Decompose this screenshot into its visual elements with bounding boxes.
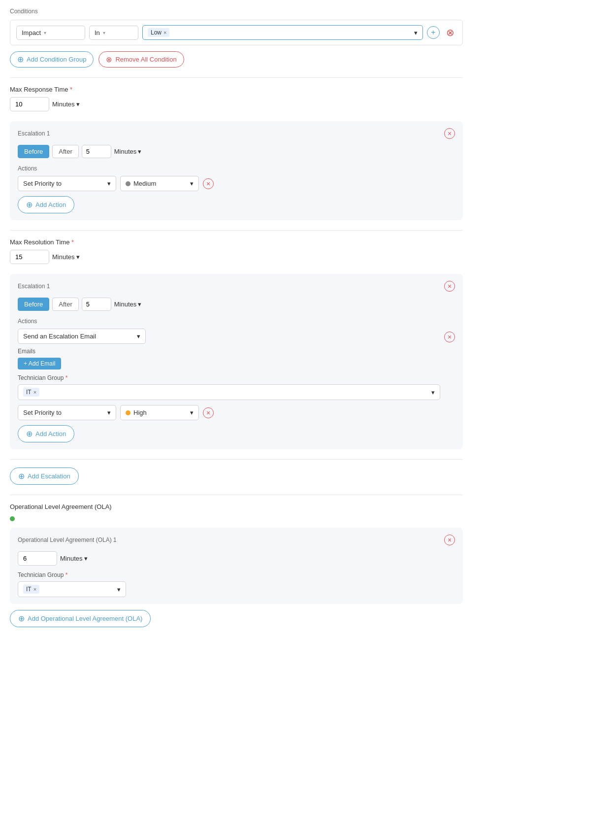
ola-card-1-close-button[interactable]: × bbox=[444, 535, 455, 545]
escalation-1-header: Escalation 1 × bbox=[18, 128, 455, 139]
actions-label-1: Actions bbox=[18, 165, 455, 172]
set-priority-high-close-button[interactable]: × bbox=[203, 407, 214, 418]
impact-value: Impact bbox=[22, 29, 41, 36]
add-escalation-button[interactable]: ⊕ Add Escalation bbox=[10, 468, 79, 485]
divider-3 bbox=[10, 459, 463, 460]
value-tag-text: Low bbox=[151, 29, 162, 36]
max-response-time-unit-label: Minutes bbox=[52, 101, 75, 108]
add-action-button-1[interactable]: ⊕ Add Action bbox=[18, 196, 74, 213]
set-priority-high-action-select[interactable]: Set Priority to ▾ bbox=[18, 405, 116, 420]
before-after-row-2: Before After Minutes ▾ bbox=[18, 298, 455, 311]
add-escalation-plus-icon: ⊕ bbox=[18, 471, 25, 481]
escalation-2-close-button[interactable]: × bbox=[444, 281, 455, 292]
conditions-row: Impact ▾ In ▾ Low × ▾ + ⊗ bbox=[10, 20, 463, 45]
remove-condition-x-icon: ⊗ bbox=[446, 27, 454, 38]
priority-high-select[interactable]: High ▾ bbox=[120, 405, 199, 420]
send-email-action-close-button[interactable]: × bbox=[444, 332, 455, 342]
before-tab-2[interactable]: Before bbox=[18, 298, 49, 311]
priority-dot-1 bbox=[126, 181, 130, 186]
after-unit-chevron-1: ▾ bbox=[138, 148, 141, 155]
value-select-container[interactable]: Low × ▾ bbox=[142, 25, 423, 40]
ola-tech-group-tag-close-icon[interactable]: × bbox=[33, 586, 36, 592]
after-unit-select-1[interactable]: Minutes ▾ bbox=[114, 148, 142, 155]
remove-all-condition-icon: ⊗ bbox=[106, 55, 112, 64]
add-ola-label: Add Operational Level Agreement (OLA) bbox=[28, 615, 142, 622]
max-resolution-time-label: Max Resolution Time * bbox=[10, 238, 463, 246]
priority-label-1: Medium bbox=[133, 180, 156, 187]
ola-section-title: Operational Level Agreement (OLA) bbox=[10, 503, 463, 510]
tech-group-chevron-2: ▾ bbox=[431, 389, 435, 396]
after-unit-select-2[interactable]: Minutes ▾ bbox=[114, 301, 142, 308]
action-type-select-1[interactable]: Set Priority to ▾ bbox=[18, 176, 116, 191]
ola-technician-group-select[interactable]: IT × ▾ bbox=[18, 581, 126, 597]
add-escalation-label: Add Escalation bbox=[28, 472, 70, 480]
max-response-time-input-row: Minutes ▾ bbox=[10, 97, 463, 111]
send-email-action-close-icon: × bbox=[448, 334, 452, 340]
required-star-2: * bbox=[69, 238, 74, 246]
add-ola-button[interactable]: ⊕ Add Operational Level Agreement (OLA) bbox=[10, 610, 151, 627]
escalation-1-close-button[interactable]: × bbox=[444, 128, 455, 139]
remove-all-condition-button[interactable]: ⊗ Remove All Condition bbox=[98, 51, 184, 67]
ola-status-dot bbox=[10, 516, 15, 521]
max-resolution-time-input-row: Minutes ▾ bbox=[10, 250, 463, 264]
technician-group-select-2[interactable]: IT × ▾ bbox=[18, 384, 440, 400]
add-email-button[interactable]: + Add Email bbox=[18, 358, 61, 370]
action-type-label-1: Set Priority to bbox=[23, 180, 62, 187]
send-email-chevron: ▾ bbox=[137, 333, 140, 340]
value-tag-close-icon[interactable]: × bbox=[163, 30, 166, 35]
add-action-button-2[interactable]: ⊕ Add Action bbox=[18, 425, 74, 442]
add-ola-plus-icon: ⊕ bbox=[18, 614, 25, 623]
remove-all-condition-label: Remove All Condition bbox=[115, 56, 176, 63]
add-condition-group-label: Add Condition Group bbox=[27, 56, 86, 63]
tech-group-tag-2: IT × bbox=[23, 388, 39, 397]
condition-actions-row: ⊕ Add Condition Group ⊗ Remove All Condi… bbox=[10, 51, 463, 67]
escalation-1-resolution-card: Escalation 1 × Before After Minutes ▾ Ac… bbox=[10, 274, 463, 449]
set-priority-high-chevron: ▾ bbox=[107, 409, 111, 416]
action-1-close-icon: × bbox=[206, 180, 210, 187]
before-tab-1[interactable]: Before bbox=[18, 145, 49, 158]
max-resolution-time-input[interactable] bbox=[10, 250, 49, 264]
add-action-label-2: Add Action bbox=[35, 430, 66, 437]
impact-select[interactable]: Impact ▾ bbox=[16, 26, 85, 40]
add-action-label-1: Add Action bbox=[35, 201, 66, 208]
after-tab-2[interactable]: After bbox=[52, 298, 78, 311]
escalation-2-close-icon: × bbox=[448, 283, 452, 290]
email-action-inner: Send an Escalation Email ▾ Emails + Add … bbox=[18, 329, 440, 400]
priority-chevron-1: ▾ bbox=[190, 180, 194, 187]
value-tag: Low × bbox=[148, 28, 169, 37]
add-action-plus-icon-2: ⊕ bbox=[26, 429, 32, 438]
after-value-input-1[interactable] bbox=[82, 145, 111, 158]
remove-condition-icon-btn[interactable]: ⊗ bbox=[444, 26, 456, 39]
ola-tech-group-tag: IT × bbox=[23, 585, 39, 594]
action-1-close-button[interactable]: × bbox=[203, 178, 214, 189]
operator-chevron-icon: ▾ bbox=[103, 30, 105, 35]
max-response-time-input[interactable] bbox=[10, 97, 49, 111]
operator-select[interactable]: In ▾ bbox=[89, 26, 138, 40]
after-tab-1[interactable]: After bbox=[52, 145, 78, 158]
after-unit-chevron-2: ▾ bbox=[138, 301, 141, 308]
conditions-label: Conditions bbox=[10, 8, 463, 15]
actions-label-2: Actions bbox=[18, 318, 455, 325]
tech-group-tag-text-2: IT bbox=[26, 389, 32, 396]
before-after-row-1: Before After Minutes ▾ bbox=[18, 145, 455, 158]
value-chevron-icon: ▾ bbox=[414, 29, 418, 36]
max-resolution-time-unit-select[interactable]: Minutes ▾ bbox=[52, 253, 80, 261]
ola-time-input[interactable] bbox=[18, 551, 57, 566]
escalation-email-action-row: Send an Escalation Email ▾ Emails + Add … bbox=[18, 329, 455, 400]
add-condition-group-button[interactable]: ⊕ Add Condition Group bbox=[10, 51, 94, 67]
add-condition-icon-btn[interactable]: + bbox=[427, 26, 440, 39]
send-email-action-select[interactable]: Send an Escalation Email ▾ bbox=[18, 329, 146, 344]
priority-select-1[interactable]: Medium ▾ bbox=[120, 176, 199, 191]
divider-2 bbox=[10, 230, 463, 231]
ola-card-1-header: Operational Level Agreement (OLA) 1 × bbox=[18, 535, 455, 545]
max-response-time-unit-select[interactable]: Minutes ▾ bbox=[52, 101, 80, 108]
ola-section: Operational Level Agreement (OLA) Operat… bbox=[10, 503, 463, 627]
tech-group-tag-close-icon-2[interactable]: × bbox=[33, 389, 36, 395]
ola-time-unit-chevron: ▾ bbox=[84, 555, 88, 562]
send-email-action-label: Send an Escalation Email bbox=[23, 333, 96, 340]
max-response-time-unit-chevron: ▾ bbox=[76, 101, 80, 108]
after-value-input-2[interactable] bbox=[82, 298, 111, 311]
escalation-2-title: Escalation 1 bbox=[18, 283, 50, 290]
add-action-plus-icon-1: ⊕ bbox=[26, 200, 32, 209]
ola-time-unit-select[interactable]: Minutes ▾ bbox=[60, 555, 88, 562]
